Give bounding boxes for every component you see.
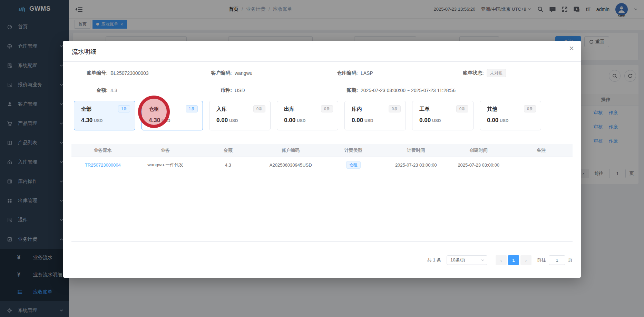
fee-card-storage[interactable]: 仓租 1条 4.30USD [142,101,203,130]
divider [71,241,573,242]
create-time-cell: 2025-07-23 03:00:00 [447,157,510,173]
chevron-down-icon [481,258,485,262]
count-badge: 0条 [389,105,401,112]
count-badge: 0条 [524,105,536,112]
col-business: 业务 [134,144,197,157]
fee-card-outbound[interactable]: 出库 0条 0.00USD [277,101,338,130]
fee-card-inbound[interactable]: 入库 0条 0.00USD [209,101,271,130]
col-amount: 金额 [197,144,260,157]
divider [63,61,581,62]
modal-title: 流水明细 [72,48,97,56]
fee-time-cell: 2025-07-23 03:00:00 [385,157,448,173]
account-cell: A202506030945USD [260,157,322,173]
page-size-select[interactable]: 10条/页 [447,255,487,265]
col-fee-time: 计费时间 [385,144,448,157]
col-flow-no: 业务流水 [71,144,134,157]
field-customer: 客户编码: wangwu [196,69,252,77]
col-fee-type: 计费类型 [322,144,385,157]
current-page-button[interactable]: 1 [508,255,519,265]
fee-type-tag: 仓租 [346,161,361,169]
remark-cell [510,157,573,173]
flow-detail-table: 业务流水 业务 金额 账户编码 计费类型 计费时间 创建时间 备注 TR2507… [71,144,573,173]
fee-card-workorder[interactable]: 工单 0条 0.00USD [412,101,474,130]
page-number-input[interactable] [549,255,565,265]
business-cell: wangwu-一件代发 [134,157,197,173]
field-bill-status: 账单状态: 未对账 [448,69,506,77]
flow-no-link[interactable]: TR250723000004 [85,162,121,168]
field-warehouse: 仓库编码: LASP [322,69,373,77]
col-account: 账户编码 [260,144,322,157]
field-currency: 币种: USD [196,86,245,95]
col-create-time: 创建时间 [447,144,510,157]
amount-cell: 4.3 [197,157,260,173]
table-row: TR250723000004 wangwu-一件代发 4.3 A20250603… [71,157,573,173]
count-badge: 1条 [186,105,198,112]
prev-page-button[interactable]: ‹ [496,255,507,265]
count-badge: 1条 [118,105,130,112]
field-amount: 金额: 4.3 [71,86,117,95]
field-bill-no: 账单编号: BL250723000003 [71,69,149,77]
fee-card-all[interactable]: 全部 1条 4.30USD [74,101,135,130]
status-badge: 未对账 [487,69,506,77]
col-remark: 备注 [510,144,573,157]
count-badge: 0条 [253,105,265,112]
flow-detail-modal: 流水明细 × 账单编号: BL250723000003 客户编码: wangwu… [63,41,581,278]
next-page-button[interactable]: › [520,255,531,265]
total-count-label: 共 1 条 [427,257,441,263]
page-unit-label: 页 [568,257,573,263]
count-badge: 0条 [321,105,333,112]
modal-pagination: 共 1 条 10条/页 ‹ 1 › 前往 页 [427,255,573,265]
goto-label: 前往 [537,257,546,263]
close-icon[interactable]: × [569,44,574,52]
fee-card-other[interactable]: 其他 0条 0.00USD [480,101,541,130]
fee-card-inwarehouse[interactable]: 库内 0条 0.00USD [344,101,406,130]
field-period: 账期: 2025-07-23 03:00:00 ~ 2025-07-23 11:… [322,86,456,95]
count-badge: 0条 [456,105,468,112]
